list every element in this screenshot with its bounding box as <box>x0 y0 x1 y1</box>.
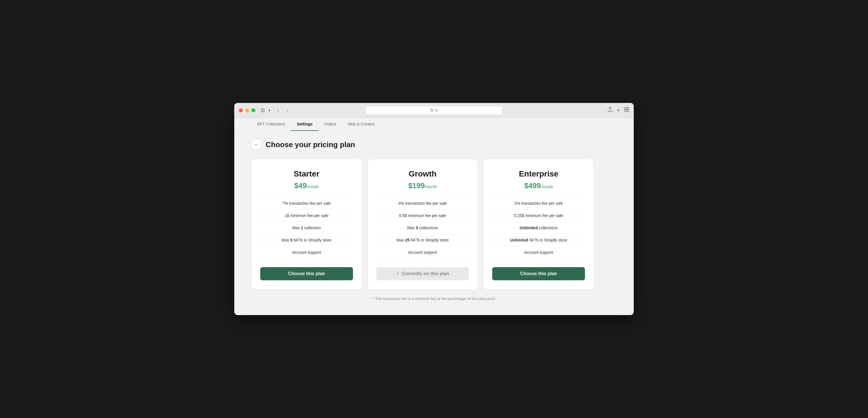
plan-feature: Max 5 collections <box>376 222 469 234</box>
plan-feature: 1$ minimum fee per sale <box>260 210 353 222</box>
grid-view-icon[interactable] <box>624 107 629 114</box>
plan-name: Enterprise <box>519 169 558 179</box>
forward-arrow-icon[interactable]: › <box>283 106 291 114</box>
plan-choose-button-starter[interactable]: Choose this plan <box>260 267 353 280</box>
plan-price-amount: $49 <box>294 181 306 190</box>
plan-features-list: 2% transaction fee per sale0.25$ minimum… <box>492 197 585 259</box>
plan-price-amount: $499 <box>524 181 541 190</box>
tab-nft-collections[interactable]: NFT Collections <box>251 118 291 131</box>
back-button[interactable]: ← <box>251 139 262 150</box>
plan-feature: 2% transaction fee per sale <box>492 197 585 210</box>
plan-price-period: /month <box>307 185 319 189</box>
plan-feature: Account support <box>492 246 585 259</box>
checkmark-icon: ✓ <box>396 271 400 276</box>
nav-arrows: ‹ › <box>274 106 291 114</box>
plan-price: $199/month <box>408 181 437 190</box>
sidebar-toggle[interactable]: ▼ <box>259 106 271 114</box>
plan-price-period: /month <box>425 185 437 189</box>
tab-orders[interactable]: Orders <box>318 118 342 131</box>
lock-icon <box>430 108 433 112</box>
traffic-lights <box>239 108 255 112</box>
add-tab-icon[interactable]: + <box>617 107 620 113</box>
footnote: * The transaction fee is a minimum fee o… <box>251 296 617 301</box>
sidebar-toggle-btn[interactable] <box>259 106 267 114</box>
close-button[interactable] <box>239 108 243 112</box>
svg-rect-2 <box>430 110 433 112</box>
maximize-button[interactable] <box>251 108 255 112</box>
share-icon[interactable] <box>608 107 613 114</box>
minimize-button[interactable] <box>245 108 249 112</box>
content-area: ← Choose your pricing plan Starter $49/m… <box>234 131 634 315</box>
plan-price-period: /month <box>541 185 553 189</box>
plan-feature: 4% transaction fee per sale <box>376 197 469 210</box>
svg-rect-3 <box>624 107 626 109</box>
svg-rect-5 <box>624 110 626 112</box>
tab-settings[interactable]: Settings <box>291 118 318 131</box>
plan-name: Growth <box>409 169 437 179</box>
plan-feature: 7% transaction fee per sale <box>260 197 353 210</box>
plan-feature: 0.5$ minimum fee per sale <box>376 210 469 222</box>
titlebar: ▼ ‹ › ↻ + <box>234 103 634 118</box>
plan-choose-button-enterprise[interactable]: Choose this plan <box>492 267 585 280</box>
plan-price: $49/month <box>294 181 319 190</box>
plan-name: Starter <box>293 169 319 179</box>
plan-feature: 0.25$ minimum fee per sale <box>492 210 585 222</box>
page-title: Choose your pricing plan <box>266 140 355 149</box>
plan-feature: Max 1 collection <box>260 222 353 234</box>
plan-feature: Max 5 NFTs in Shopify store <box>260 234 353 246</box>
reload-icon[interactable]: ↻ <box>435 108 438 112</box>
plan-price-amount: $199 <box>408 181 425 190</box>
plan-feature: Account support <box>260 246 353 259</box>
dropdown-arrow-icon[interactable]: ▼ <box>268 109 271 112</box>
plan-card-growth: Growth $199/month 4% transaction fee per… <box>368 159 478 290</box>
plan-feature: Account support <box>376 246 469 259</box>
plans-grid: Starter $49/month 7% transaction fee per… <box>251 159 594 290</box>
plan-features-list: 4% transaction fee per sale0.5$ minimum … <box>376 197 469 259</box>
svg-rect-0 <box>261 109 262 112</box>
tab-help-contact[interactable]: Help & Contact <box>342 118 380 131</box>
address-bar[interactable]: ↻ <box>366 106 502 115</box>
nav-tabs: NFT Collections Settings Orders Help & C… <box>234 118 634 131</box>
back-arrow-icon[interactable]: ‹ <box>274 106 282 114</box>
titlebar-right-controls: + <box>608 107 629 114</box>
plan-features-list: 7% transaction fee per sale1$ minimum fe… <box>260 197 353 259</box>
svg-rect-1 <box>263 109 265 112</box>
svg-rect-6 <box>627 110 629 112</box>
plan-card-enterprise: Enterprise $499/month 2% transaction fee… <box>483 159 594 290</box>
plan-feature: Unlimited collections <box>492 222 585 234</box>
plan-feature: Max 25 NFTs in Shopify store <box>376 234 469 246</box>
browser-window: ▼ ‹ › ↻ + <box>234 103 634 315</box>
plan-card-starter: Starter $49/month 7% transaction fee per… <box>251 159 362 290</box>
svg-rect-4 <box>627 107 629 109</box>
plan-feature: Unlimited NFTs in Shopify store <box>492 234 585 246</box>
page-header: ← Choose your pricing plan <box>251 139 617 150</box>
plan-choose-button-growth: ✓Currently on this plan <box>376 267 469 280</box>
plan-price: $499/month <box>524 181 553 190</box>
